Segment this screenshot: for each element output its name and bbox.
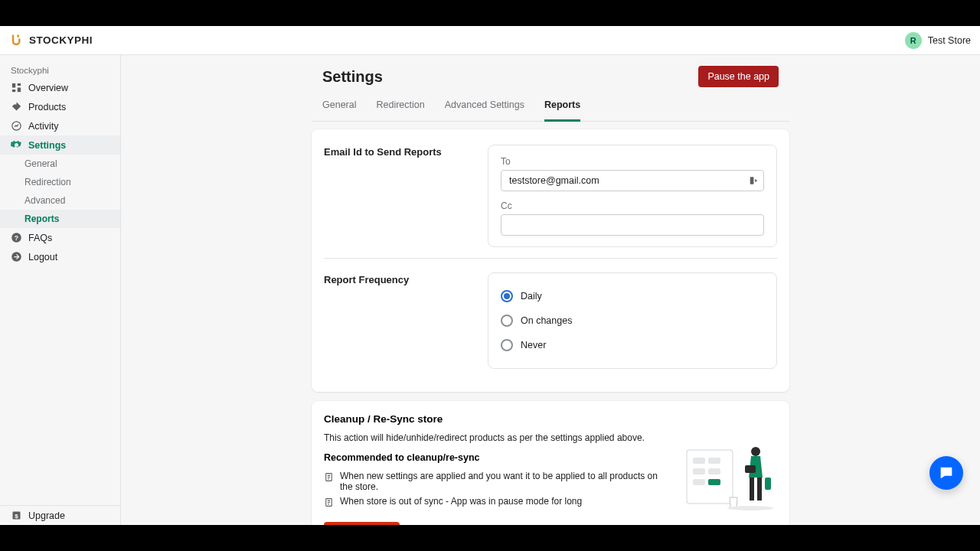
- svg-rect-18: [693, 479, 705, 485]
- sidebar-app-label: Stockyphi: [0, 61, 120, 78]
- cleanup-subtitle: Recommended to cleanup/re-sync: [324, 452, 671, 463]
- autofill-icon: [749, 175, 760, 186]
- svg-rect-15: [708, 458, 720, 464]
- sidebar-item-overview[interactable]: Overview: [0, 78, 120, 97]
- to-label: To: [501, 156, 764, 167]
- radio-label: Never: [521, 340, 546, 350]
- sidebar-sub-general[interactable]: General: [0, 155, 120, 173]
- gear-icon: [11, 139, 22, 151]
- main-content: Settings Pause the app General Redirecti…: [121, 55, 980, 525]
- account-menu[interactable]: R Test Store: [905, 32, 971, 49]
- svg-rect-17: [708, 468, 720, 474]
- frequency-option-daily[interactable]: Daily: [501, 284, 764, 308]
- brand[interactable]: STOCKYPHI: [9, 33, 93, 48]
- radio-icon: [501, 315, 513, 327]
- tab-advanced[interactable]: Advanced Settings: [445, 92, 524, 122]
- chat-fab[interactable]: [929, 456, 963, 490]
- tag-icon: [11, 101, 22, 112]
- to-input[interactable]: [501, 170, 764, 191]
- svg-rect-24: [765, 478, 771, 490]
- tab-reports[interactable]: Reports: [544, 92, 580, 122]
- radio-label: On changes: [521, 315, 572, 326]
- sidebar-item-upgrade[interactable]: $ Upgrade: [0, 506, 120, 525]
- settings-tabs: General Redirection Advanced Settings Re…: [312, 92, 789, 122]
- note-icon: [324, 472, 334, 482]
- cleanup-illustration: [685, 444, 777, 513]
- frequency-option-onchanges[interactable]: On changes: [501, 308, 764, 333]
- question-icon: ?: [11, 232, 22, 243]
- svg-rect-10: [750, 177, 754, 184]
- tab-general[interactable]: General: [322, 92, 356, 122]
- cleanup-item: When store is out of sync - App was in p…: [324, 496, 671, 507]
- sidebar-sub-advanced[interactable]: Advanced: [0, 191, 120, 210]
- svg-rect-22: [750, 478, 754, 500]
- sidebar-item-settings[interactable]: Settings: [0, 135, 120, 155]
- dollar-icon: $: [11, 510, 22, 521]
- avatar: R: [905, 32, 922, 49]
- sidebar-item-label: Activity: [28, 121, 59, 132]
- cc-label: Cc: [501, 201, 764, 211]
- svg-point-20: [751, 447, 760, 456]
- frequency-option-never[interactable]: Never: [501, 333, 764, 357]
- svg-text:$: $: [15, 513, 18, 520]
- sidebar-item-label: FAQs: [28, 233, 52, 243]
- svg-rect-2: [18, 88, 21, 93]
- sidebar-item-label: Settings: [28, 140, 66, 151]
- topbar: STOCKYPHI R Test Store: [0, 26, 980, 55]
- cleanup-now-button[interactable]: Cleanup Now: [324, 522, 400, 525]
- sidebar-item-label: Overview: [28, 83, 68, 93]
- logout-icon: [11, 251, 22, 262]
- frequency-section-title: Report Frequency: [324, 272, 477, 369]
- sidebar-item-label: Upgrade: [28, 510, 65, 521]
- sidebar: Stockyphi Overview Products Activity Set…: [0, 55, 121, 525]
- email-section-title: Email Id to Send Reports: [324, 145, 477, 247]
- page-title: Settings: [322, 68, 383, 86]
- radio-label: Daily: [521, 291, 542, 302]
- cleanup-item: When new settings are applied and you wa…: [324, 471, 671, 492]
- cc-input[interactable]: [501, 214, 764, 236]
- sidebar-item-faqs[interactable]: ? FAQs: [0, 228, 120, 247]
- chat-icon: [938, 465, 955, 481]
- dashboard-icon: [11, 82, 22, 93]
- svg-text:?: ?: [15, 234, 18, 242]
- cleanup-title: Cleanup / Re-Sync store: [324, 413, 671, 425]
- brand-icon: [9, 33, 24, 48]
- sidebar-item-logout[interactable]: Logout: [0, 247, 120, 266]
- svg-rect-16: [693, 468, 705, 474]
- sidebar-item-activity[interactable]: Activity: [0, 116, 120, 135]
- radio-icon: [501, 290, 513, 302]
- pause-app-button[interactable]: Pause the app: [698, 66, 779, 87]
- svg-point-25: [727, 506, 773, 510]
- svg-rect-3: [12, 90, 15, 92]
- tab-redirection[interactable]: Redirection: [376, 92, 424, 122]
- sidebar-item-label: Logout: [28, 252, 57, 262]
- cleanup-desc: This action will hide/unhide/redirect pr…: [324, 432, 671, 443]
- sidebar-item-products[interactable]: Products: [0, 97, 120, 116]
- radio-icon: [501, 339, 513, 351]
- sidebar-sub-reports[interactable]: Reports: [0, 210, 120, 228]
- svg-rect-0: [12, 83, 15, 88]
- svg-rect-19: [708, 479, 720, 485]
- sidebar-item-label: Products: [28, 102, 66, 112]
- svg-rect-1: [18, 83, 21, 86]
- brand-text: STOCKYPHI: [29, 34, 93, 46]
- activity-icon: [11, 120, 22, 132]
- svg-rect-21: [745, 465, 756, 473]
- svg-rect-23: [757, 478, 762, 500]
- sidebar-sub-redirection[interactable]: Redirection: [0, 173, 120, 191]
- note-icon: [324, 497, 334, 507]
- svg-rect-14: [693, 458, 705, 464]
- account-name: Test Store: [928, 35, 971, 46]
